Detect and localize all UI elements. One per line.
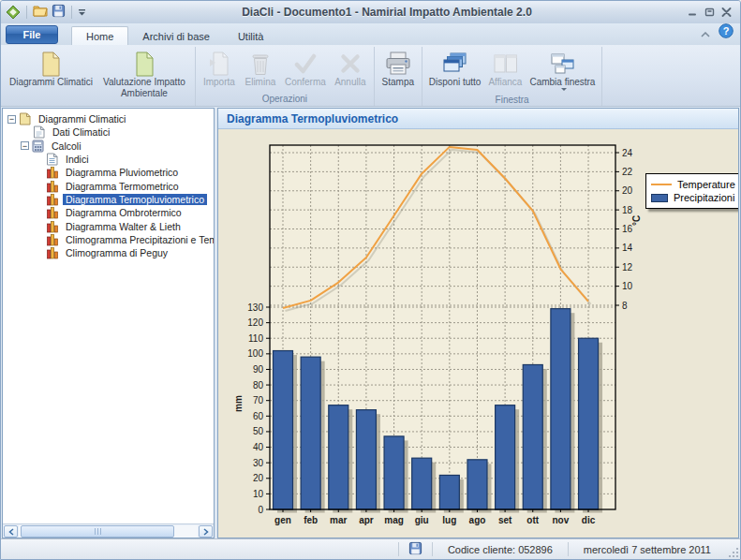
tree-item[interactable]: Diagramma Termopluviometrico [6, 193, 214, 206]
diagrammi-climatici-button[interactable]: Diagrammi Climatici [6, 48, 96, 99]
cambia-finestra-button[interactable]: Cambia finestra [526, 48, 599, 94]
tree-item-label[interactable]: Diagramma Termometrico [63, 181, 182, 192]
legend-label: Precipitazioni [674, 192, 734, 203]
tree-item[interactable]: −Calcoli [6, 140, 214, 153]
tree-item[interactable]: Diagramma Walter & Lieth [6, 219, 214, 232]
annulla-button: Annulla [330, 48, 371, 93]
app-logo-icon[interactable] [6, 5, 21, 20]
svg-text:mag: mag [384, 515, 404, 525]
close-button[interactable] [721, 4, 732, 21]
svg-text:110: 110 [248, 333, 263, 344]
button-label: Valutazione Impatto Ambientale [100, 77, 188, 99]
tree-item-label[interactable]: Dati Climatici [50, 126, 112, 138]
tree-item[interactable]: Diagramma Termometrico [6, 179, 214, 192]
tree-item-label[interactable]: Diagramma Ombrotermico [63, 207, 185, 218]
quick-access-toolbar [1, 4, 86, 22]
button-label: Annulla [334, 77, 365, 88]
tree-mini-chart-icon [46, 180, 60, 193]
printer-icon [385, 51, 411, 77]
scroll-right-button[interactable] [199, 525, 213, 538]
stampa-button[interactable]: Stampa [378, 48, 419, 93]
statusbar-save-button[interactable] [399, 541, 432, 557]
tree-item-label[interactable]: Calcoli [49, 140, 84, 152]
svg-text:nov: nov [553, 515, 570, 525]
tree-panel: −Diagrammi ClimaticiDati Climatici−Calco… [2, 108, 215, 538]
scrollbar-track[interactable] [19, 525, 198, 538]
svg-text:12: 12 [622, 262, 633, 273]
temperature-line-swatch [651, 184, 672, 185]
tree-item-label[interactable]: Diagrammi Climatici [36, 113, 128, 125]
page-import-icon [208, 51, 230, 77]
open-button[interactable] [33, 4, 48, 21]
restore-button[interactable] [704, 4, 715, 21]
tree-item[interactable]: Dati Climatici [6, 125, 214, 139]
conferma-button: Conferma [281, 48, 330, 93]
tree-mini-chart-icon [46, 220, 60, 233]
tile-windows-icon [493, 51, 518, 77]
tree-item[interactable]: Climogramma di Peguy [6, 246, 214, 259]
qat-dropdown-icon [78, 4, 86, 21]
floppy-icon [52, 4, 66, 22]
chevron-up-icon [701, 24, 710, 40]
tree-horizontal-scrollbar[interactable] [3, 523, 214, 538]
button-label: Stampa [382, 77, 414, 88]
chevron-left-icon [8, 523, 14, 538]
collapse-expander-icon[interactable]: − [7, 115, 16, 124]
tree-item-label[interactable]: Diagramma Pluviometrico [63, 167, 181, 178]
resize-grip-icon[interactable] [726, 544, 740, 559]
titlebar: DiaCli - Documento1 - Namirial Impatto A… [1, 1, 740, 23]
help-button[interactable]: ? [719, 23, 734, 42]
file-menu-button[interactable]: File [6, 25, 58, 44]
scrollbar-thumb[interactable] [21, 525, 174, 538]
page-green-icon [134, 51, 155, 77]
x-mark-icon [339, 51, 362, 77]
page-yellow-icon [40, 51, 61, 77]
scroll-left-button[interactable] [4, 525, 18, 538]
tree-item[interactable]: Diagramma Ombrotermico [6, 206, 214, 219]
svg-text:mar: mar [330, 515, 347, 525]
svg-text:18: 18 [622, 205, 633, 215]
tree-item[interactable]: Diagramma Pluviometrico [6, 166, 214, 179]
tree-item[interactable]: Indici [6, 153, 214, 166]
content: −Diagrammi ClimaticiDati Climatici−Calco… [1, 107, 740, 538]
thermopluviometric-chart: 0102030405060708090100110120130810121416… [230, 135, 653, 530]
collapse-expander-icon[interactable]: − [21, 141, 29, 150]
tree-item-label[interactable]: Climogramma Precipitazioni e Temperature [63, 234, 215, 245]
svg-text:40: 40 [253, 442, 264, 452]
ribbon-tab-row: File Home Archivi di base Utilità ? [1, 23, 740, 45]
tree-mini-chart-icon [46, 193, 60, 206]
importa-button: Importa [199, 48, 240, 93]
svg-text:feb: feb [304, 515, 318, 525]
tree-item-label[interactable]: Diagramma Termopluviometrico [63, 194, 207, 205]
svg-text:10: 10 [253, 489, 264, 499]
save-button[interactable] [52, 4, 66, 22]
tree-item[interactable]: Climogramma Precipitazioni e Temperature [6, 233, 214, 246]
tree-item-label[interactable]: Indici [63, 154, 92, 165]
minimize-ribbon-button[interactable] [701, 24, 710, 41]
tree-item-label[interactable]: Climogramma di Peguy [63, 247, 170, 258]
ribbon-group-label [378, 93, 419, 106]
tree-item[interactable]: −Diagrammi Climatici [6, 112, 214, 125]
disponi-tutto-button[interactable]: Disponi tutto [425, 48, 485, 94]
tree-item-label[interactable]: Diagramma Walter & Lieth [63, 221, 184, 232]
minimize-button[interactable] [688, 4, 698, 21]
ribbon: Diagrammi ClimaticiValutazione Impatto A… [1, 45, 740, 107]
qat-customize-button[interactable] [78, 4, 86, 21]
tree-calculator-icon [32, 140, 46, 153]
valutazione-impatto-ambientale-button[interactable]: Valutazione Impatto Ambientale [96, 48, 192, 99]
chart-area: 0102030405060708090100110120130810121416… [218, 129, 738, 538]
tab-archivi-di-base[interactable]: Archivi di base [128, 27, 224, 45]
tree-page-lines-icon [46, 153, 60, 166]
button-label: Diagrammi Climatici [9, 77, 93, 88]
button-label: Disponi tutto [429, 77, 482, 88]
tab-utilita[interactable]: Utilità [224, 27, 278, 45]
svg-text:mm: mm [233, 395, 244, 412]
app-window: DiaCli - Documento1 - Namirial Impatto A… [0, 0, 741, 560]
floppy-icon [408, 541, 422, 557]
tab-home[interactable]: Home [71, 26, 128, 45]
svg-text:8: 8 [622, 301, 628, 311]
document-title: Diagramma Termopluviometrico [227, 112, 398, 125]
chart-legend: Temperature Precipitazioni [645, 173, 739, 209]
svg-text:22: 22 [622, 167, 633, 177]
svg-text:130: 130 [247, 302, 263, 313]
